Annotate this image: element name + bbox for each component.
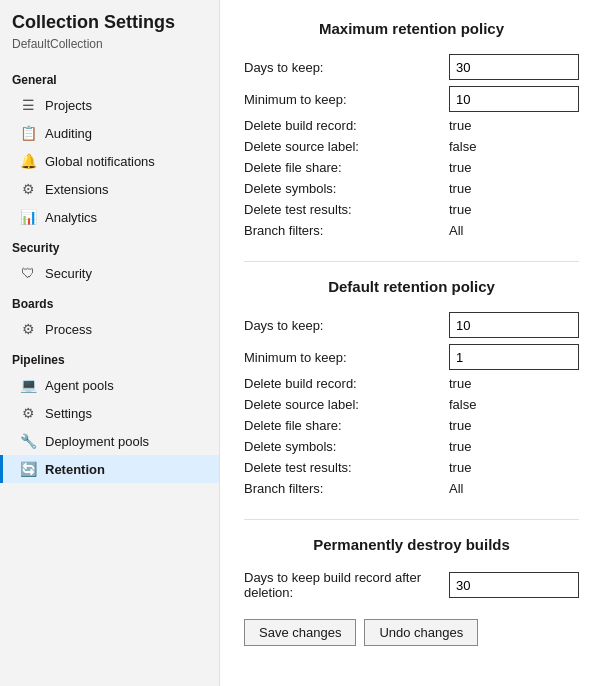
delete-symbols-label: Delete symbols:	[244, 181, 449, 196]
sidebar-item-security[interactable]: 🛡 Security	[0, 259, 219, 287]
permanently-destroy-section: Permanently destroy builds Days to keep …	[244, 536, 579, 646]
projects-icon: ☰	[19, 96, 37, 114]
agent-pools-icon: 💻	[19, 376, 37, 394]
sidebar-item-label: Global notifications	[45, 154, 155, 169]
policy-row: Delete file share: true	[244, 157, 579, 178]
def-branch-filters-label: Branch filters:	[244, 481, 449, 496]
policy-row: Delete build record: true	[244, 373, 579, 394]
maximum-retention-section: Maximum retention policy Days to keep: M…	[244, 20, 579, 241]
def-days-to-keep-input[interactable]	[449, 312, 579, 338]
default-retention-table: Days to keep: Minimum to keep: Delete bu…	[244, 309, 579, 499]
divider	[244, 519, 579, 520]
sidebar-item-auditing[interactable]: 📋 Auditing	[0, 119, 219, 147]
build-days-label: Days to keep build record after deletion…	[244, 570, 449, 600]
retention-icon: 🔄	[19, 460, 37, 478]
delete-source-label-label: Delete source label:	[244, 139, 449, 154]
def-delete-test-results-label: Delete test results:	[244, 460, 449, 475]
default-retention-heading: Default retention policy	[244, 278, 579, 295]
branch-filters-value: All	[449, 223, 579, 238]
security-icon: 🛡	[19, 264, 37, 282]
sidebar-item-label: Extensions	[45, 182, 109, 197]
policy-row: Delete symbols: true	[244, 178, 579, 199]
sidebar-item-extensions[interactable]: ⚙ Extensions	[0, 175, 219, 203]
permanently-destroy-heading: Permanently destroy builds	[244, 536, 579, 553]
delete-build-record-value: true	[449, 118, 579, 133]
undo-button[interactable]: Undo changes	[364, 619, 478, 646]
analytics-icon: 📊	[19, 208, 37, 226]
maximum-retention-table: Days to keep: Minimum to keep: Delete bu…	[244, 51, 579, 241]
sidebar-item-label: Security	[45, 266, 92, 281]
def-delete-build-record-value: true	[449, 376, 579, 391]
def-delete-symbols-label: Delete symbols:	[244, 439, 449, 454]
delete-build-record-label: Delete build record:	[244, 118, 449, 133]
sidebar-item-label: Auditing	[45, 126, 92, 141]
sidebar-item-deployment-pools[interactable]: 🔧 Deployment pools	[0, 427, 219, 455]
def-delete-file-share-label: Delete file share:	[244, 418, 449, 433]
def-delete-source-label-value: false	[449, 397, 579, 412]
build-days-row: Days to keep build record after deletion…	[244, 567, 579, 603]
sidebar-item-global-notifications[interactable]: 🔔 Global notifications	[0, 147, 219, 175]
deployment-pools-icon: 🔧	[19, 432, 37, 450]
sidebar-item-label: Process	[45, 322, 92, 337]
sidebar-item-label: Agent pools	[45, 378, 114, 393]
def-days-to-keep-label: Days to keep:	[244, 318, 449, 333]
def-min-to-keep-label: Minimum to keep:	[244, 350, 449, 365]
collection-name: DefaultCollection	[0, 37, 219, 63]
sidebar-item-label: Projects	[45, 98, 92, 113]
def-delete-file-share-value: true	[449, 418, 579, 433]
build-days-input[interactable]	[449, 572, 579, 598]
policy-row: Minimum to keep:	[244, 83, 579, 115]
sidebar-item-process[interactable]: ⚙ Process	[0, 315, 219, 343]
policy-row: Days to keep:	[244, 51, 579, 83]
policy-row: Days to keep:	[244, 309, 579, 341]
days-to-keep-label: Days to keep:	[244, 60, 449, 75]
def-delete-test-results-value: true	[449, 460, 579, 475]
notifications-icon: 🔔	[19, 152, 37, 170]
def-delete-source-label-label: Delete source label:	[244, 397, 449, 412]
delete-test-results-value: true	[449, 202, 579, 217]
policy-row: Delete symbols: true	[244, 436, 579, 457]
maximum-retention-heading: Maximum retention policy	[244, 20, 579, 37]
page-title: Collection Settings	[0, 12, 219, 37]
policy-row: Minimum to keep:	[244, 341, 579, 373]
policy-row: Delete test results: true	[244, 457, 579, 478]
policy-row: Delete source label: false	[244, 394, 579, 415]
sidebar-item-settings[interactable]: ⚙ Settings	[0, 399, 219, 427]
sidebar-item-agent-pools[interactable]: 💻 Agent pools	[0, 371, 219, 399]
policy-row: Branch filters: All	[244, 478, 579, 499]
divider	[244, 261, 579, 262]
policy-row: Branch filters: All	[244, 220, 579, 241]
section-label-general: General	[0, 63, 219, 91]
main-content: Maximum retention policy Days to keep: M…	[220, 0, 603, 686]
sidebar-item-label: Settings	[45, 406, 92, 421]
branch-filters-label: Branch filters:	[244, 223, 449, 238]
delete-test-results-label: Delete test results:	[244, 202, 449, 217]
max-days-to-keep-input[interactable]	[449, 54, 579, 80]
delete-file-share-value: true	[449, 160, 579, 175]
sidebar-item-projects[interactable]: ☰ Projects	[0, 91, 219, 119]
delete-file-share-label: Delete file share:	[244, 160, 449, 175]
save-button[interactable]: Save changes	[244, 619, 356, 646]
default-retention-section: Default retention policy Days to keep: M…	[244, 278, 579, 499]
max-min-to-keep-input[interactable]	[449, 86, 579, 112]
sidebar-item-retention[interactable]: 🔄 Retention	[0, 455, 219, 483]
min-to-keep-label: Minimum to keep:	[244, 92, 449, 107]
process-icon: ⚙	[19, 320, 37, 338]
policy-row: Delete test results: true	[244, 199, 579, 220]
sidebar-item-analytics[interactable]: 📊 Analytics	[0, 203, 219, 231]
section-label-security: Security	[0, 231, 219, 259]
sidebar: Collection Settings DefaultCollection Ge…	[0, 0, 220, 686]
def-branch-filters-value: All	[449, 481, 579, 496]
section-label-boards: Boards	[0, 287, 219, 315]
policy-row: Delete build record: true	[244, 115, 579, 136]
def-delete-build-record-label: Delete build record:	[244, 376, 449, 391]
policy-row: Delete file share: true	[244, 415, 579, 436]
extensions-icon: ⚙	[19, 180, 37, 198]
delete-source-label-value: false	[449, 139, 579, 154]
policy-row: Delete source label: false	[244, 136, 579, 157]
sidebar-item-label: Deployment pools	[45, 434, 149, 449]
settings-icon: ⚙	[19, 404, 37, 422]
def-min-to-keep-input[interactable]	[449, 344, 579, 370]
sidebar-item-label: Retention	[45, 462, 105, 477]
sidebar-item-label: Analytics	[45, 210, 97, 225]
